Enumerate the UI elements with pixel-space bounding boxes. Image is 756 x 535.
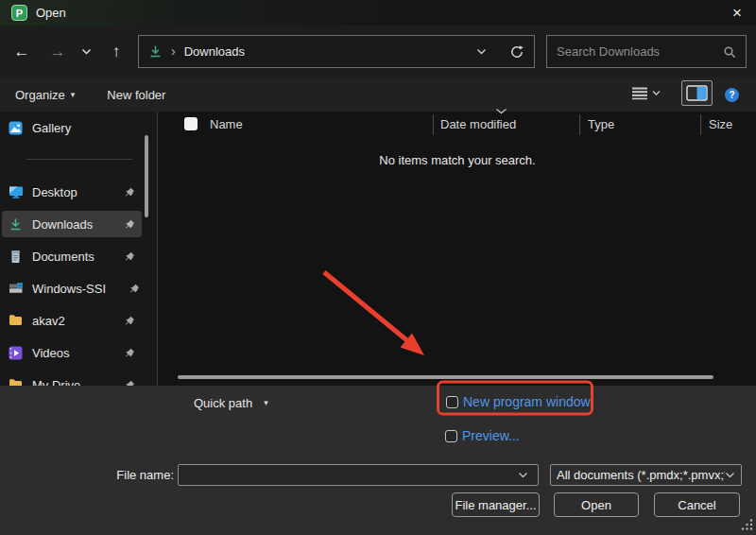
close-icon[interactable]: × [724,0,750,26]
sidebar-item-label: Desktop [32,185,77,199]
address-bar[interactable]: › Downloads [138,35,535,68]
command-bar: Organize ▾ New folder ? [0,78,756,112]
pin-icon [125,251,135,262]
downloads-location-icon [148,44,163,59]
search-input[interactable] [557,44,723,59]
file-name-dropdown-chevron-icon[interactable] [518,472,528,479]
column-separator[interactable] [579,114,580,135]
new-program-window-label: New program window [463,394,591,409]
new-folder-label: New folder [107,88,165,102]
recent-locations-chevron-icon[interactable] [76,26,96,78]
dialog-footer: Quick path ▾ New program window Preview.… [0,386,756,535]
cancel-button[interactable]: Cancel [654,492,740,517]
sort-chevron-icon [495,108,507,114]
preview-pane-toggle[interactable] [681,80,713,106]
documents-icon [9,250,24,263]
organize-label: Organize [15,88,65,102]
gallery-icon [9,121,24,134]
sidebar-item-label: Documents [32,250,94,264]
preview-checkbox[interactable] [445,430,457,442]
pin-icon [129,284,140,294]
column-header-row: Name Date modified Type Size [159,112,756,137]
app-icon-letter: P [16,8,23,19]
breadcrumb-chevron-icon: › [171,43,176,59]
preview-option[interactable]: Preview... [445,428,520,443]
downloads-icon [9,217,24,231]
preview-label: Preview... [462,428,520,443]
sidebar-item-documents[interactable]: Documents [2,243,142,269]
sidebar-item-label: Gallery [32,121,71,135]
videos-icon [9,346,24,359]
preview-pane-icon [686,85,708,101]
sidebar-item-videos[interactable]: Videos [2,339,142,366]
file-manager-label: File manager... [455,498,537,512]
sidebar-divider [26,159,132,160]
sidebar-item-gallery[interactable]: Gallery [2,114,142,141]
sidebar-item-label: My Drive [32,378,80,387]
cancel-label: Cancel [678,498,715,512]
sidebar-item-label: akav2 [32,314,65,328]
quick-path-caret-icon: ▾ [264,398,268,407]
breadcrumb-location[interactable]: Downloads [184,44,245,59]
horizontal-scrollbar[interactable] [178,375,713,379]
view-mode-button[interactable] [631,86,661,100]
column-header-type[interactable]: Type [588,117,614,131]
new-program-window-option[interactable]: New program window [446,394,591,409]
sidebar-item-desktop[interactable]: Desktop [2,179,142,205]
column-separator[interactable] [433,114,434,135]
dialog-body: Gallery Desktop Downloads [0,112,756,386]
sidebar-item-label: Downloads [32,217,93,232]
navigation-pane: Gallery Desktop Downloads [0,112,158,386]
file-type-select[interactable]: All documents (*.pmdx;*.pmvx;* [550,464,742,486]
pin-icon [125,348,135,358]
resize-grip[interactable] [741,518,753,533]
window-title: Open [36,6,66,20]
sidebar-item-downloads[interactable]: Downloads [2,211,142,237]
quick-path-button[interactable]: Quick path ▾ [194,393,268,412]
back-icon[interactable]: ← [8,26,36,78]
sidebar-item-windows-ssi[interactable]: Windows-SSI [2,275,142,302]
address-dropdown-chevron-icon[interactable] [476,48,487,56]
help-question-icon: ? [729,90,734,100]
column-header-size[interactable]: Size [709,117,732,131]
desktop-icon [9,185,24,198]
sidebar-item-akav2[interactable]: akav2 [2,307,142,334]
sidebar-item-my-drive[interactable]: My Drive [2,371,142,386]
pin-icon [125,187,135,198]
refresh-icon[interactable] [509,44,524,60]
organize-caret-icon: ▾ [71,90,76,99]
open-dialog: P Open × ← → ↑ › Downloads [0,0,756,535]
pin-icon [125,219,135,230]
folder-icon [9,378,24,386]
search-icon[interactable] [723,45,736,59]
file-type-chevron-icon [725,472,735,479]
navigation-bar: ← → ↑ › Downloads [0,26,756,78]
up-icon[interactable]: ↑ [102,26,130,78]
title-bar: P Open × [0,0,756,26]
file-name-input[interactable] [178,464,539,486]
select-all-checkbox[interactable] [184,117,198,130]
empty-list-message: No items match your search. [159,153,756,167]
file-manager-button[interactable]: File manager... [452,492,540,517]
open-button[interactable]: Open [554,492,639,517]
view-mode-chevron-icon[interactable] [652,90,661,96]
sidebar-item-label: Videos [32,346,70,360]
new-folder-button[interactable]: New folder [99,81,173,108]
file-type-value: All documents (*.pmdx;*.pmvx;* [557,468,725,482]
search-box [546,35,747,68]
column-separator[interactable] [700,114,701,135]
sidebar-scrollbar[interactable] [145,135,148,217]
open-label: Open [581,498,611,512]
file-name-label: File name: [94,468,174,482]
forward-icon[interactable]: → [43,26,72,78]
pin-icon [125,316,135,326]
sidebar-item-label: Windows-SSI [32,282,106,296]
help-button[interactable]: ? [725,88,739,102]
app-icon: P [11,5,27,21]
column-header-name[interactable]: Name [210,117,243,131]
column-header-date-modified[interactable]: Date modified [440,117,516,131]
list-view-icon [631,86,648,100]
organize-button[interactable]: Organize ▾ [8,81,82,108]
new-program-window-checkbox[interactable] [446,396,458,408]
drive-icon [9,282,24,295]
